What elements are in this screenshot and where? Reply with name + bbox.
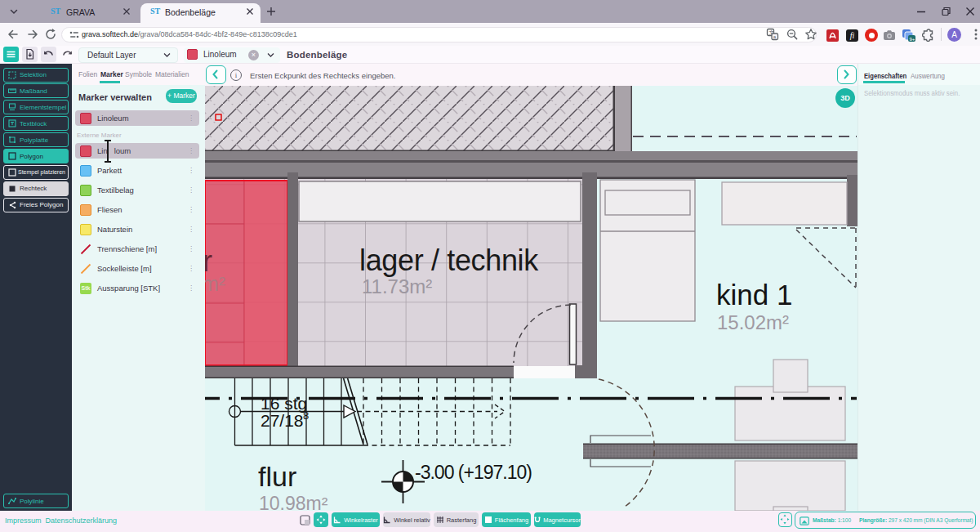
svg-text:m²: m²	[205, 272, 225, 295]
svg-text:15.02m²: 15.02m²	[717, 311, 789, 333]
svg-text:kind 1: kind 1	[716, 279, 792, 311]
svg-text:27/18: 27/18	[261, 411, 304, 430]
svg-text:10.98m²: 10.98m²	[259, 493, 328, 511]
svg-text:lager / technik: lager / technik	[359, 244, 539, 277]
svg-text:flur: flur	[258, 461, 296, 492]
svg-text:-3.00 (+197.10): -3.00 (+197.10)	[415, 462, 532, 483]
svg-text:11.73m²: 11.73m²	[362, 275, 432, 297]
svg-text:16 stg: 16 stg	[261, 394, 307, 413]
svg-text:8: 8	[303, 409, 309, 422]
svg-text:9+: 9+	[910, 37, 915, 42]
